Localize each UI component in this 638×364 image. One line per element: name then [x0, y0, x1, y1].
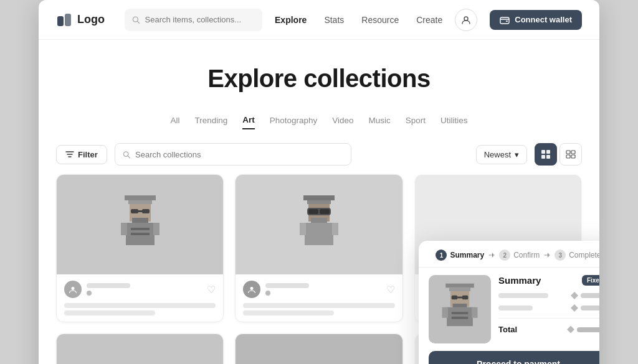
eth-icon	[571, 304, 578, 312]
user-details	[265, 283, 309, 296]
checkout-header: Summary Fixed	[498, 275, 599, 286]
svg-rect-20	[125, 195, 156, 200]
checkout-pixel-art	[435, 280, 485, 339]
step-label: Confirm	[513, 251, 540, 259]
svg-rect-14	[541, 155, 545, 159]
svg-rect-42	[300, 223, 306, 235]
nft-price-bar	[243, 303, 394, 308]
svg-rect-17	[571, 151, 575, 154]
svg-rect-24	[131, 209, 138, 213]
nft-card-image	[57, 334, 223, 364]
favorite-button[interactable]: ♡	[386, 284, 395, 296]
user-icon	[461, 15, 471, 25]
total-label: Total	[498, 325, 517, 334]
step-number: 2	[499, 250, 510, 261]
connect-wallet-button[interactable]: Connect wallet	[490, 10, 582, 30]
username-placeholder	[265, 283, 309, 288]
user-details	[87, 283, 130, 296]
svg-rect-52	[447, 307, 473, 325]
proceed-to-payment-button[interactable]: Proceed to payment	[429, 351, 599, 364]
svg-rect-56	[472, 307, 478, 317]
price-bar	[581, 293, 599, 298]
filter-button[interactable]: Filter	[56, 145, 107, 164]
pixel-art-character	[112, 190, 168, 259]
svg-rect-26	[138, 210, 142, 212]
logo-text: Logo	[77, 13, 105, 26]
svg-rect-12	[541, 150, 545, 154]
collection-search[interactable]	[115, 143, 351, 166]
eth-icon	[567, 326, 574, 334]
nft-card[interactable]	[235, 334, 402, 364]
connect-wallet-label: Connect wallet	[515, 15, 572, 24]
nav-explore[interactable]: Explore	[275, 15, 307, 25]
search-icon	[132, 16, 140, 24]
wallet-icon	[500, 15, 510, 25]
cat-tab-sport[interactable]: Sport	[406, 116, 426, 129]
summary-row-2	[498, 304, 599, 312]
total-price-bar	[577, 327, 599, 332]
svg-point-44	[250, 287, 254, 290]
nft-card[interactable]: ♡	[235, 174, 402, 322]
cat-tab-photography[interactable]: Photography	[270, 116, 318, 129]
nft-card-user-row: ♡	[243, 281, 394, 298]
username-placeholder	[87, 283, 130, 288]
search-input[interactable]	[145, 15, 255, 24]
search-bar[interactable]	[125, 9, 262, 31]
checkout-total-row: Total	[498, 325, 599, 334]
checkout-step-1: 1 Summary	[436, 250, 484, 261]
cat-tab-music[interactable]: Music	[369, 116, 391, 129]
svg-rect-15	[546, 155, 550, 159]
nft-card[interactable]: ♡	[56, 174, 224, 322]
grid-view-button[interactable]	[535, 143, 557, 166]
svg-rect-30	[121, 223, 127, 235]
nav-create[interactable]: Create	[416, 15, 442, 25]
checkout-nft-thumbnail	[429, 275, 491, 343]
logo: Logo	[56, 11, 112, 29]
cat-tab-all[interactable]: All	[170, 116, 179, 129]
svg-rect-45	[445, 283, 474, 287]
search-icon-small	[123, 151, 130, 159]
nft-card-image	[236, 175, 402, 274]
price-bar	[581, 306, 599, 310]
nft-card-image	[236, 334, 402, 364]
item-name-bar	[498, 306, 533, 310]
cat-tab-trending[interactable]: Trending	[194, 116, 227, 129]
cat-tab-utilities[interactable]: Utilities	[440, 116, 468, 129]
svg-rect-13	[546, 150, 550, 154]
svg-rect-37	[308, 209, 318, 214]
divider	[498, 318, 599, 319]
step-label: Summary	[450, 251, 484, 259]
sort-label: Newest	[484, 150, 511, 159]
pixel-art-character-2	[291, 190, 347, 259]
nav-stats[interactable]: Stats	[324, 15, 344, 25]
favorite-button[interactable]: ♡	[207, 284, 216, 296]
svg-rect-6	[506, 21, 508, 22]
svg-rect-43	[332, 223, 338, 235]
sort-dropdown[interactable]: Newest ▾	[476, 145, 527, 164]
step-arrow-icon	[488, 251, 495, 259]
step-arrow-icon	[543, 251, 551, 259]
svg-rect-39	[311, 218, 327, 223]
cat-tab-art[interactable]: Art	[242, 115, 255, 129]
nft-card-image	[57, 175, 223, 274]
user-profile-button[interactable]	[455, 9, 477, 31]
svg-point-4	[464, 17, 468, 21]
filter-icon	[65, 150, 74, 159]
nav-resource[interactable]: Resource	[361, 15, 399, 25]
summary-title: Summary	[498, 275, 541, 286]
user-status-dot	[265, 291, 270, 296]
checkout-steps: 1 Summary 2 Confirm 3 Complete	[419, 241, 599, 268]
svg-rect-5	[500, 17, 509, 24]
avatar	[243, 281, 260, 298]
cat-tab-video[interactable]: Video	[332, 116, 353, 129]
list-view-button[interactable]	[559, 143, 582, 166]
page-title: Explore collections	[51, 65, 587, 93]
nft-card-user-info	[64, 281, 130, 298]
collections-search-input[interactable]	[135, 150, 343, 159]
nft-card-footer: ♡	[236, 274, 402, 322]
svg-rect-1	[65, 14, 71, 26]
nft-card[interactable]	[56, 334, 224, 364]
nft-label-bar	[243, 310, 334, 315]
svg-rect-33	[303, 195, 335, 200]
svg-rect-46	[449, 287, 470, 291]
